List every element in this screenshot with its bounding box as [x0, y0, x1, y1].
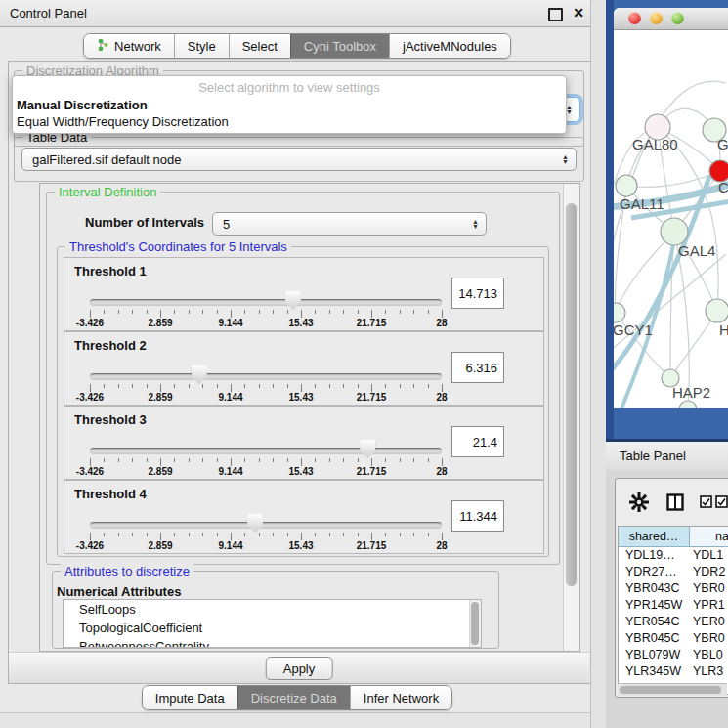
tab-network[interactable]: Network — [84, 34, 174, 58]
label-partial-c: C — [718, 179, 728, 195]
cell-shared-name[interactable]: YER054C — [619, 614, 689, 630]
checkbox-checked-icon[interactable] — [700, 495, 712, 508]
table-row[interactable]: YER054CYER0 — [619, 614, 728, 630]
table-row[interactable]: YDL19…YDL1 — [619, 547, 728, 564]
checkbox-checked-icon[interactable] — [715, 495, 728, 508]
close-traffic-light-icon[interactable] — [628, 12, 641, 24]
network-window-titlebar[interactable] — [614, 8, 728, 30]
tab-label: Cyni Toolbox — [304, 39, 376, 54]
column-header-name[interactable]: na — [690, 527, 728, 547]
list-item[interactable]: SelfLoops — [64, 600, 481, 619]
tab-jactivemnodules[interactable]: jActiveMNodules — [389, 34, 510, 58]
cell-name[interactable]: YBR0 — [689, 580, 728, 597]
settings-vertical-scrollbar[interactable] — [563, 184, 579, 651]
threshold-label: Threshold 1 — [74, 264, 147, 278]
list-item[interactable]: TopologicalCoefficient — [64, 619, 481, 637]
cell-name[interactable]: YER0 — [689, 614, 728, 630]
tab-impute-data[interactable]: Impute Data — [143, 686, 237, 709]
spinner-arrows-icon[interactable]: ▲▼ — [562, 154, 569, 164]
slider-scale-labels: -3.4262.8599.14415.4321.71528 — [90, 392, 442, 404]
spinner-arrows-icon[interactable]: ▲▼ — [566, 105, 573, 114]
threshold-slider-track[interactable] — [90, 522, 442, 529]
column-header-shared[interactable]: shared… — [619, 527, 690, 547]
cell-name[interactable]: YDL1 — [689, 547, 728, 564]
zoom-traffic-light-icon[interactable] — [671, 12, 684, 24]
panel-title: Control Panel — [10, 6, 87, 21]
scale-tick-label: 28 — [410, 540, 473, 551]
cell-shared-name[interactable]: YDL19… — [619, 547, 689, 564]
threshold-value-field[interactable]: 11.344 — [451, 500, 504, 532]
table-row[interactable]: YDR27…YDR2 — [619, 564, 728, 580]
numerical-attributes-list[interactable]: SelfLoopsTopologicalCoefficientBetweenne… — [63, 599, 482, 648]
attribute-items: SelfLoopsTopologicalCoefficientBetweenne… — [64, 600, 481, 648]
tab-infer-network[interactable]: Infer Network — [350, 686, 451, 709]
network-canvas[interactable]: GAL80 GA C GAL11 GAL4 GCY1 H HAP2 — [614, 29, 728, 408]
table-row[interactable]: YBR045CYBR0 — [619, 630, 728, 647]
threshold-slider-thumb[interactable] — [192, 365, 207, 384]
number-of-intervals-combobox[interactable]: 5 ▲▼ — [212, 212, 487, 236]
list-item[interactable]: BetweennessCentrality — [64, 637, 481, 648]
cell-name[interactable]: YBR0 — [689, 630, 728, 647]
node-gal4[interactable] — [661, 218, 688, 245]
float-window-icon[interactable] — [548, 8, 563, 21]
tab-segment-group: NetworkStyleSelectCyni ToolboxjActiveMNo… — [83, 33, 511, 59]
column-selector-icon[interactable] — [666, 493, 684, 511]
cell-shared-name[interactable]: YDR27… — [619, 564, 689, 580]
label-gcy1: GCY1 — [614, 321, 653, 338]
tab-discretize-data[interactable]: Discretize Data — [237, 686, 350, 709]
table-row[interactable]: YLR345WYLR3 — [619, 664, 728, 680]
cell-name[interactable]: YLR3 — [689, 664, 728, 680]
algorithm-dropdown-popup: Select algorithm to view settings Manual… — [12, 75, 567, 134]
thresholds-group-title: Threshold's Coordinates for 5 Intervals — [65, 239, 291, 254]
scrollbar-thumb[interactable] — [471, 602, 479, 645]
numerical-attributes-label: Numerical Attributes — [57, 584, 181, 599]
spinner-arrows-icon[interactable]: ▲▼ — [472, 219, 479, 229]
apply-button[interactable]: Apply — [266, 657, 333, 680]
threshold-value-field[interactable]: 14.713 — [451, 278, 504, 309]
dropdown-option-equal-width-frequency[interactable]: Equal Width/Frequency Discretization — [17, 114, 229, 129]
scrollbar-thumb[interactable] — [620, 686, 721, 694]
tab-style[interactable]: Style — [174, 34, 229, 58]
node-gal11[interactable] — [616, 175, 637, 196]
threshold-label: Threshold 4 — [74, 487, 147, 501]
minimize-traffic-light-icon[interactable] — [650, 12, 663, 24]
label-gal11: GAL11 — [620, 195, 664, 212]
threshold-slider-track[interactable] — [90, 448, 442, 454]
cell-name[interactable]: YPR1 — [689, 597, 728, 614]
slider-scale-labels: -3.4262.8599.14415.4321.71528 — [90, 466, 442, 478]
cell-shared-name[interactable]: YPR145W — [619, 597, 689, 614]
threshold-slider-thumb[interactable] — [247, 514, 263, 533]
table-data-combobox[interactable]: galFiltered.sif default node ▲▼ — [21, 148, 577, 171]
tab-select[interactable]: Select — [229, 34, 290, 58]
dropdown-option-manual-discretization[interactable]: Manual Discretization — [17, 98, 148, 112]
scale-tick-label: 9.144 — [199, 392, 262, 403]
threshold-slider-track[interactable] — [90, 299, 442, 306]
threshold-slider-track[interactable] — [90, 373, 442, 380]
threshold-value-field[interactable]: 6.316 — [451, 352, 504, 383]
cell-shared-name[interactable]: YLR345W — [619, 664, 689, 680]
cell-shared-name[interactable]: YBR043C — [619, 580, 689, 597]
application-window: Control Panel ✕ NetworkStyleSelectCyni T… — [0, 0, 728, 728]
cell-shared-name[interactable]: YBL079W — [619, 647, 689, 664]
cell-shared-name[interactable]: YBR045C — [619, 630, 689, 647]
threshold-slider-thumb[interactable] — [360, 440, 375, 458]
network-view-window[interactable]: GAL80 GA C GAL11 GAL4 GCY1 H HAP2 — [614, 8, 728, 408]
node-attribute-table[interactable]: shared… na YDL19…YDL1YDR27…YDR2YBR043CYB… — [618, 526, 728, 695]
node-partial-h[interactable] — [706, 299, 728, 322]
close-icon[interactable]: ✕ — [573, 5, 584, 21]
scrollbar-thumb[interactable] — [566, 203, 577, 586]
tab-cyni-toolbox[interactable]: Cyni Toolbox — [290, 34, 389, 58]
table-row[interactable]: YBR043CYBR0 — [619, 580, 728, 597]
table-horizontal-scrollbar[interactable] — [618, 683, 727, 696]
node-gcy1[interactable] — [614, 303, 625, 322]
attributes-scrollbar[interactable] — [469, 600, 481, 647]
threshold-value-field[interactable]: 21.4 — [451, 426, 504, 457]
table-row[interactable]: YPR145WYPR1 — [619, 597, 728, 614]
node-partial-bottom[interactable] — [679, 401, 697, 408]
cell-name[interactable]: YDR2 — [689, 564, 728, 580]
table-row[interactable]: YBL079WYBL0 — [619, 647, 728, 664]
table-header-row: shared… na — [619, 527, 728, 547]
settings-gear-icon[interactable] — [628, 492, 650, 513]
cell-name[interactable]: YBL0 — [689, 647, 728, 664]
threshold-slider-thumb[interactable] — [285, 291, 301, 310]
